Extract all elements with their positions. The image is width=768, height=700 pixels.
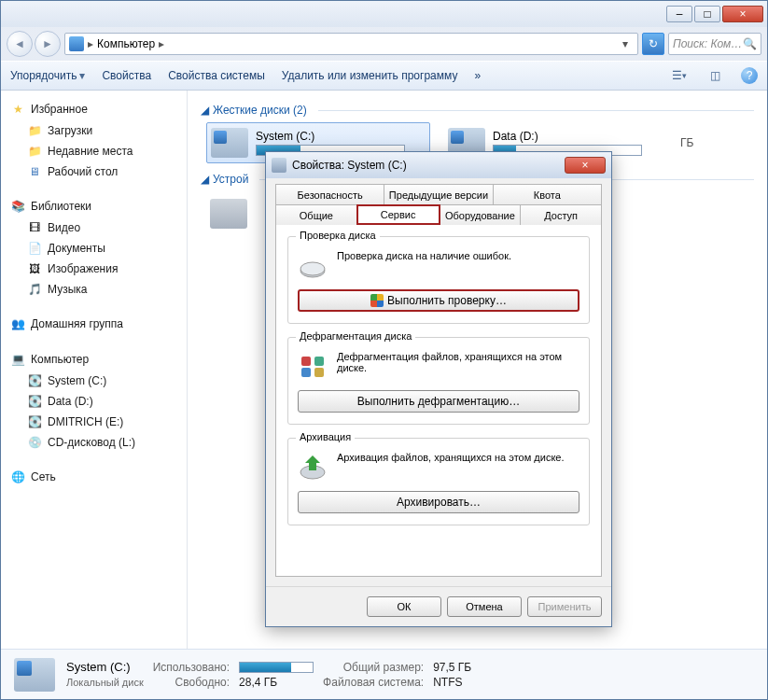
network-icon: 🌐 (10, 469, 25, 484)
check-now-button[interactable]: Выполнить проверку… (298, 289, 579, 312)
network-header[interactable]: 🌐Сеть (1, 466, 187, 488)
minimize-button[interactable]: – (666, 6, 692, 22)
recent-icon: 📁 (27, 144, 42, 159)
sidebar-item-drive-d[interactable]: 💽Data (D:) (1, 391, 187, 412)
system-properties-button[interactable]: Свойства системы (168, 69, 265, 82)
navigation-pane: ★Избранное 📁Загрузки 📁Недавние места 🖥Ра… (1, 91, 188, 649)
back-button[interactable]: ◄ (7, 31, 33, 57)
drive-icon (14, 658, 55, 692)
computer-icon: 💻 (10, 352, 25, 367)
tab-panel-tools: Проверка диска Проверка диска на наличие… (275, 224, 602, 577)
svg-rect-2 (301, 357, 311, 366)
nav-buttons: ◄ ► (7, 31, 61, 57)
refresh-button[interactable]: ↻ (642, 33, 664, 55)
organize-menu[interactable]: Упорядочить▾ (10, 69, 85, 82)
maximize-button[interactable]: □ (694, 6, 720, 22)
svg-point-1 (300, 262, 325, 275)
disk-icon: 💽 (27, 414, 42, 429)
search-icon: 🔍 (743, 37, 757, 50)
sidebar-item-cd-drive[interactable]: 💿CD-дисковод (L:) (1, 432, 187, 453)
dialog-close-button[interactable]: × (565, 157, 606, 174)
tabs-row-1: Безопасность Предыдущие версии Квота (275, 184, 602, 204)
homegroup-icon: 👥 (10, 316, 25, 331)
search-input[interactable]: Поиск: Ком… 🔍 (668, 33, 761, 55)
sidebar-item-recent[interactable]: 📁Недавние места (1, 141, 187, 161)
drive-icon (211, 128, 248, 158)
disk-icon: 💽 (27, 394, 42, 409)
tab-security[interactable]: Безопасность (275, 184, 384, 204)
library-icon: 📚 (10, 199, 25, 214)
toolbar: Упорядочить▾ Свойства Свойства системы У… (1, 61, 767, 91)
status-fs-label: Файловая система: (323, 676, 424, 689)
tab-sharing[interactable]: Доступ (520, 204, 602, 225)
sidebar-item-downloads[interactable]: 📁Загрузки (1, 120, 187, 141)
tab-previous-versions[interactable]: Предыдущие версии (384, 184, 493, 204)
view-mode-button[interactable]: ☰▾ (670, 66, 689, 85)
ok-button[interactable]: ОК (367, 596, 441, 617)
check-disk-title: Проверка диска (296, 230, 380, 241)
breadcrumb[interactable]: ▸ Компьютер ▸ ▾ (64, 33, 638, 55)
status-free-value: 28,4 ГБ (239, 676, 314, 689)
sidebar-item-drive-e[interactable]: 💽DMITRICH (E:) (1, 412, 187, 432)
libraries-header[interactable]: 📚Библиотеки (1, 195, 187, 217)
properties-dialog: Свойства: System (C:) × Безопасность Пре… (265, 151, 612, 627)
folder-icon: 📁 (27, 123, 42, 138)
tab-quota[interactable]: Квота (493, 184, 602, 204)
backup-group: Архивация Архивация файлов, хранящихся н… (287, 438, 590, 525)
toolbar-overflow[interactable]: » (474, 69, 481, 82)
svg-rect-5 (314, 368, 324, 377)
status-fs-value: NTFS (433, 676, 471, 689)
search-placeholder: Поиск: Ком… (673, 37, 742, 50)
dialog-titlebar[interactable]: Свойства: System (C:) × (266, 152, 611, 178)
desktop-icon: 🖥 (27, 164, 42, 179)
details-pane: System (C:) Использовано: Общий размер: … (1, 649, 767, 699)
disk-icon: 💽 (27, 373, 42, 388)
defrag-now-button[interactable]: Выполнить дефрагментацию… (298, 390, 579, 413)
check-disk-icon (298, 250, 328, 280)
sidebar-item-drive-c[interactable]: 💽System (C:) (1, 371, 187, 391)
document-icon: 📄 (27, 241, 42, 256)
sidebar-item-pictures[interactable]: 🖼Изображения (1, 259, 187, 279)
check-disk-text: Проверка диска на наличие ошибок. (337, 250, 579, 261)
drive-label: Data (D:) (493, 130, 642, 143)
star-icon: ★ (10, 102, 25, 117)
apply-button[interactable]: Применить (527, 596, 602, 617)
sidebar-item-music[interactable]: 🎵Музыка (1, 279, 187, 300)
preview-pane-button[interactable]: ◫ (705, 66, 724, 85)
drive-label: System (C:) (256, 130, 405, 143)
tab-tools[interactable]: Сервис (356, 204, 440, 225)
properties-button[interactable]: Свойства (102, 69, 151, 82)
defrag-icon (298, 351, 328, 381)
defrag-title: Дефрагментация диска (296, 330, 415, 342)
favorites-header[interactable]: ★Избранное (1, 98, 187, 120)
close-button[interactable]: × (722, 6, 763, 22)
breadcrumb-item[interactable]: Компьютер (97, 37, 155, 50)
help-button[interactable]: ? (741, 67, 758, 84)
drive-icon (272, 158, 286, 173)
sidebar-item-videos[interactable]: 🎞Видео (1, 217, 187, 238)
music-icon: 🎵 (27, 282, 42, 297)
shield-icon (370, 294, 384, 307)
tab-general[interactable]: Общие (275, 204, 357, 225)
status-used-label: Использовано: (153, 661, 230, 674)
collapse-icon: ◢ (201, 104, 209, 117)
backup-now-button[interactable]: Архивировать… (298, 491, 579, 513)
sidebar-item-desktop[interactable]: 🖥Рабочий стол (1, 161, 187, 182)
dialog-buttons: ОК Отмена Применить (266, 586, 611, 626)
sidebar-item-documents[interactable]: 📄Документы (1, 238, 187, 259)
homegroup-header[interactable]: 👥Домашняя группа (1, 313, 187, 335)
uninstall-program-button[interactable]: Удалить или изменить программу (282, 69, 458, 82)
forward-button[interactable]: ► (35, 31, 61, 57)
explorer-window: – □ × ◄ ► ▸ Компьютер ▸ ▾ ↻ Поиск: Ком… … (0, 0, 768, 700)
computer-header[interactable]: 💻Компьютер (1, 348, 187, 371)
breadcrumb-dropdown[interactable]: ▾ (617, 37, 634, 50)
address-row: ◄ ► ▸ Компьютер ▸ ▾ ↻ Поиск: Ком… 🔍 (1, 27, 767, 61)
hdd-group-header[interactable]: ◢Жесткие диски (2) (201, 104, 754, 117)
svg-rect-3 (314, 357, 324, 366)
tabs-row-2: Общие Сервис Оборудование Доступ (275, 204, 602, 225)
titlebar: – □ × (1, 1, 767, 27)
device-item[interactable] (206, 191, 251, 236)
tab-hardware[interactable]: Оборудование (440, 204, 522, 225)
cancel-button[interactable]: Отмена (447, 596, 522, 617)
computer-icon (69, 36, 84, 51)
